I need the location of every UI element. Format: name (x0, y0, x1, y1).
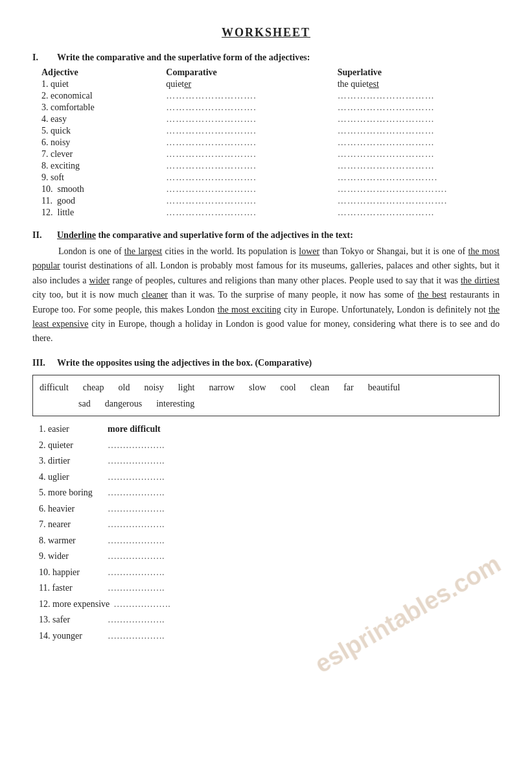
word-dangerous: dangerous (105, 396, 143, 412)
adj-cell: 2. economical (39, 90, 163, 102)
opp-item: 4. uglier (39, 469, 104, 486)
table-row: 4. easy ………………………. ………………………… (39, 113, 506, 125)
section-3-roman: III. (32, 358, 52, 368)
super-cell: ………………………… (335, 160, 506, 172)
table-row: 11. good ………………………. ……………………………. (39, 195, 506, 207)
adj-cell: 7. clever (39, 148, 163, 160)
opp-item: 9. wider (39, 549, 104, 565)
super-cell: ………………………… (335, 102, 506, 113)
section-3-header: III. Write the opposites using the adjec… (32, 358, 500, 368)
word-difficult: difficult (40, 379, 69, 396)
word-interesting: interesting (156, 396, 194, 412)
opp-row-14: 14. younger ………………. (39, 628, 500, 645)
opp-row-13: 13. safer ………………. (39, 612, 500, 628)
table-row: 6. noisy ………………………. ………………………… (39, 137, 506, 148)
super-cell: …………………………. (335, 172, 506, 184)
comp-cell: ………………………. (163, 113, 334, 125)
opposites-list: 1. easier more difficult 2. quieter …………… (39, 421, 500, 644)
section-1-roman: I. (32, 53, 52, 63)
word-slow: slow (249, 379, 266, 396)
underline-est: est (369, 79, 379, 89)
opp-row-12: 12. more expensive ………………. (39, 597, 500, 613)
comp-cell: ………………………. (163, 184, 334, 195)
adj-cell: 5. quick (39, 125, 163, 137)
col-header-superlative: Superlative (335, 67, 506, 78)
underline-dirtiest: the dirtiest (461, 276, 500, 285)
super-cell: ………………………… (335, 90, 506, 102)
opp-answer: ………………. (113, 597, 170, 613)
table-row: 7. clever ………………………. ………………………… (39, 148, 506, 160)
opp-item: 12. more expensive (39, 597, 110, 613)
opp-answer: ………………. (108, 485, 165, 501)
comp-cell: ………………………. (163, 90, 334, 102)
word-box-row2: sad dangerous interesting (78, 396, 492, 412)
comp-cell: ………………………. (163, 148, 334, 160)
word-old: old (119, 379, 130, 396)
word-beautiful: beautiful (368, 379, 400, 396)
super-cell: ………………………… (335, 148, 506, 160)
section-2-roman: II. (32, 230, 52, 241)
opp-item: 8. warmer (39, 533, 104, 549)
comp-cell: ………………………. (163, 160, 334, 172)
word-box-row1: difficult cheap old noisy light narrow s… (40, 379, 492, 396)
opp-answer: ………………. (108, 438, 165, 454)
word-far: far (343, 379, 354, 396)
adj-cell: 10. smooth (39, 184, 163, 195)
underline-largest: the largest (124, 246, 162, 256)
section-2-paragraph: London is one of the largest cities in t… (32, 244, 500, 346)
section-2-underline-word: Underline (57, 230, 96, 240)
word-clean: clean (310, 379, 330, 396)
opp-item: 11. faster (39, 580, 104, 597)
table-row: 5. quick ………………………. ………………………… (39, 125, 506, 137)
section-2: II. Underline the comparative and superl… (32, 230, 500, 346)
opp-item: 3. dirtier (39, 453, 104, 469)
super-cell: ……………………………. (335, 195, 506, 207)
comp-cell: ………………………. (163, 207, 334, 219)
underline-lower: lower (299, 246, 319, 256)
comp-cell: ………………………. (163, 125, 334, 137)
underline-most-exciting: the most exciting (218, 305, 281, 314)
opp-item: 7. nearer (39, 517, 104, 533)
section-1-header: I. Write the comparative and the superla… (32, 53, 500, 63)
adj-cell: 1. quiet (39, 78, 163, 90)
opp-item: 14. younger (39, 628, 104, 645)
section-1-title: Write the comparative and the superlativ… (57, 53, 310, 63)
word-cheap: cheap (83, 379, 104, 396)
opp-answer: more difficult (108, 421, 161, 438)
section-3: III. Write the opposites using the adjec… (32, 358, 500, 644)
opp-answer: ………………. (108, 453, 165, 469)
comp-cell: ………………………. (163, 172, 334, 184)
opp-answer: ………………. (108, 628, 165, 645)
table-row: 10. smooth ………………………. ……………………………. (39, 184, 506, 195)
underline-most-popular: the most popular (32, 246, 500, 270)
opp-item: 2. quieter (39, 438, 104, 454)
comp-cell: quieter (163, 78, 334, 90)
adjective-table: Adjective Comparative Superlative 1. qui… (39, 67, 506, 219)
adj-cell: 8. exciting (39, 160, 163, 172)
word-sad: sad (78, 396, 91, 412)
super-cell: ………………………… (335, 125, 506, 137)
super-cell: ………………………… (335, 113, 506, 125)
table-row: 3. comfortable ………………………. ………………………… (39, 102, 506, 113)
section-2-header: II. Underline the comparative and superl… (32, 230, 500, 241)
opp-row-6: 6. heavier ………………. (39, 501, 500, 517)
table-row: 1. quiet quieter the quietest (39, 78, 506, 90)
page-title: WORKSHEET (32, 26, 500, 40)
section-1: I. Write the comparative and the superla… (32, 53, 500, 219)
opp-answer: ………………. (108, 565, 165, 581)
underline-wider: wider (89, 276, 110, 285)
super-cell: the quietest (335, 78, 506, 90)
opp-row-9: 9. wider ………………. (39, 549, 500, 565)
table-row: 2. economical ………………………. ………………………… (39, 90, 506, 102)
opp-answer: ………………. (108, 580, 165, 597)
opp-row-8: 8. warmer ………………. (39, 533, 500, 549)
col-header-adjective: Adjective (39, 67, 163, 78)
opp-answer: ………………. (108, 469, 165, 486)
opp-answer: ………………. (108, 549, 165, 565)
table-row: 8. exciting ………………………. ………………………… (39, 160, 506, 172)
adj-cell: 3. comfortable (39, 102, 163, 113)
section-2-title: Underline the comparative and superlativ… (57, 230, 353, 241)
super-cell: ………………………… (335, 137, 506, 148)
section-3-title: Write the opposites using the adjectives… (57, 358, 312, 368)
underline-best: the best (417, 290, 446, 300)
